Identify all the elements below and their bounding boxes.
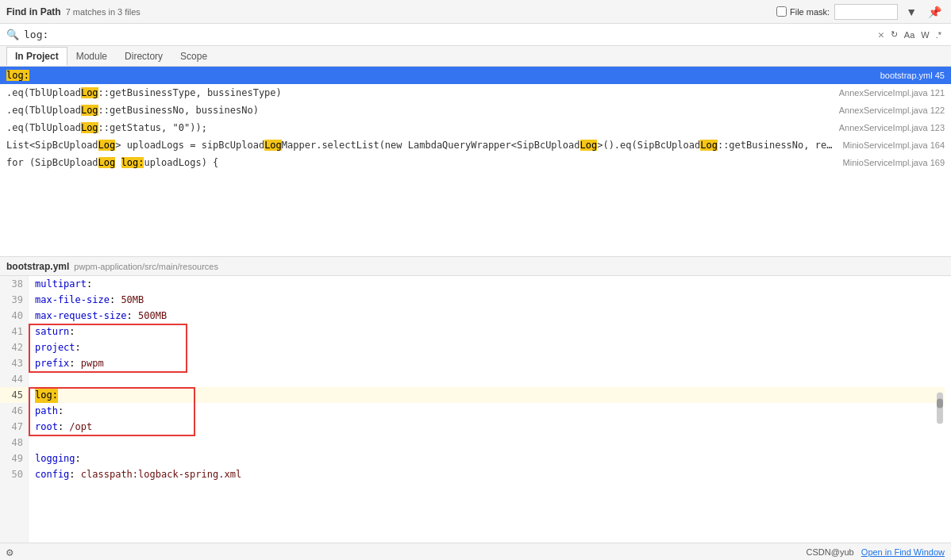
status-bar: ⚙ CSDN@yub Open in Find Window — [0, 543, 951, 560]
match-highlight: Log — [264, 140, 282, 151]
open-find-window-link[interactable]: Open in Find Window — [861, 547, 945, 557]
line-49: 49 — [0, 451, 28, 466]
result-row[interactable]: for (SipBcUploadLog log:uploadLogs) { Mi… — [0, 154, 951, 171]
match-highlight: log: — [121, 157, 144, 168]
code-line-47: root: /opt — [35, 419, 945, 435]
code-content: multipart: max-file-size: 50MB max-reque… — [29, 276, 951, 543]
code-line-50: config: classpath:logback-spring.xml — [35, 466, 945, 482]
line-47: 47 — [0, 419, 28, 435]
code-line-38: multipart: — [35, 276, 945, 292]
match-highlight: Log — [81, 122, 98, 133]
line-40: 40 — [0, 308, 28, 324]
search-icon: 🔍 — [6, 29, 19, 40]
line-39: 39 — [0, 292, 28, 308]
result-content: log: — [6, 70, 874, 81]
preview-header: bootstrap.yml pwpm-application/src/main/… — [0, 257, 951, 276]
tab-directory[interactable]: Directory — [116, 47, 171, 65]
match-highlight: Log — [98, 140, 116, 151]
refresh-button[interactable]: ↻ — [887, 29, 901, 40]
result-row[interactable]: .eq(TblUploadLog::getBusinessNo, bussine… — [0, 102, 951, 119]
clear-search-button[interactable]: ✕ — [878, 29, 884, 40]
code-line-46: path: — [35, 403, 945, 419]
svg-rect-1 — [937, 399, 943, 408]
code-line-43: prefix: pwpm — [35, 355, 945, 371]
tab-scope[interactable]: Scope — [171, 47, 216, 65]
match-highlight: Log — [81, 105, 98, 116]
code-view: 38 39 40 41 42 43 44 45 46 47 48 49 50 m… — [0, 276, 951, 543]
code-line-45: log: — [35, 387, 945, 403]
preview-path: pwpm-application/src/main/resources — [74, 262, 218, 271]
toolbar-right: File mask: ▼ 📌 — [776, 4, 945, 20]
status-right: CSDN@yub Open in Find Window — [807, 547, 945, 557]
settings-icon[interactable]: ⚙ — [6, 546, 13, 558]
file-reference: AnnexServiceImpl.java 122 — [839, 105, 945, 115]
code-line-44 — [35, 371, 945, 387]
code-line-41: saturn: — [35, 324, 945, 339]
file-reference: AnnexServiceImpl.java 121 — [839, 88, 945, 98]
file-reference: MinioServiceImpl.java 169 — [843, 158, 945, 167]
file-reference: AnnexServiceImpl.java 123 — [839, 123, 945, 132]
search-scope-tabs: In Project Module Directory Scope — [0, 46, 951, 67]
line-44: 44 — [0, 371, 28, 387]
result-content: .eq(TblUploadLog::getBusinessType, bussi… — [6, 87, 833, 98]
line-50: 50 — [0, 466, 28, 482]
result-row[interactable]: .eq(TblUploadLog::getStatus, "0")); Anne… — [0, 119, 951, 136]
file-mask-wrapper[interactable]: File mask: — [776, 6, 830, 17]
file-mask-checkbox[interactable] — [776, 6, 787, 17]
line-43: 43 — [0, 355, 28, 371]
scroll-indicator — [934, 393, 946, 427]
results-panel[interactable]: log: bootstrap.yml 45 .eq(TblUploadLog::… — [0, 67, 951, 257]
search-input[interactable] — [24, 29, 878, 40]
code-line-42: project: — [35, 339, 945, 355]
line-numbers: 38 39 40 41 42 43 44 45 46 47 48 49 50 — [0, 276, 29, 543]
file-mask-input[interactable] — [834, 4, 898, 20]
result-content: for (SipBcUploadLog log:uploadLogs) { — [6, 157, 837, 168]
search-bar: 🔍 ✕ ↻ Aa W .* — [0, 24, 951, 46]
status-text: CSDN@yub — [807, 547, 854, 557]
match-highlight: Log — [700, 140, 718, 151]
line-45: 45 — [0, 387, 28, 403]
tab-in-project[interactable]: In Project — [6, 47, 67, 66]
result-row[interactable]: log: bootstrap.yml 45 — [0, 67, 951, 84]
toolbar-left: Find in Path 7 matches in 3 files — [6, 6, 141, 17]
status-left: ⚙ — [6, 546, 13, 558]
match-highlight: Log — [98, 157, 116, 168]
match-highlight: Log — [580, 140, 598, 151]
regex-button[interactable]: .* — [933, 29, 945, 40]
result-content: List<SipBcUploadLog> uploadLogs = sipBcU… — [6, 140, 837, 151]
code-line-40: max-request-size: 500MB — [35, 308, 945, 324]
preview-wrapper: 38 39 40 41 42 43 44 45 46 47 48 49 50 m… — [0, 276, 951, 543]
pin-button[interactable]: 📌 — [925, 4, 945, 20]
result-content: .eq(TblUploadLog::getBusinessNo, bussine… — [6, 105, 833, 116]
line-48: 48 — [0, 435, 28, 451]
result-content: .eq(TblUploadLog::getStatus, "0")); — [6, 122, 833, 133]
code-line-39: max-file-size: 50MB — [35, 292, 945, 308]
toolbar: Find in Path 7 matches in 3 files File m… — [0, 0, 951, 24]
match-highlight: log: — [6, 70, 29, 81]
code-line-49: logging: — [35, 451, 945, 466]
line-42: 42 — [0, 339, 28, 355]
file-reference: bootstrap.yml 45 — [880, 71, 945, 80]
match-case-button[interactable]: Aa — [901, 29, 918, 40]
line-41: 41 — [0, 324, 28, 339]
match-word-button[interactable]: W — [918, 29, 932, 40]
filter-button[interactable]: ▼ — [903, 4, 920, 20]
scroll-icon — [934, 393, 946, 424]
line-46: 46 — [0, 403, 28, 419]
file-mask-label: File mask: — [790, 7, 830, 17]
result-row[interactable]: List<SipBcUploadLog> uploadLogs = sipBcU… — [0, 136, 951, 154]
tab-module[interactable]: Module — [67, 47, 116, 65]
line-38: 38 — [0, 276, 28, 292]
find-in-path-title: Find in Path — [6, 6, 61, 17]
preview-filename: bootstrap.yml — [6, 261, 69, 272]
file-reference: MinioServiceImpl.java 164 — [843, 140, 945, 150]
code-line-48 — [35, 435, 945, 451]
matches-count: 7 matches in 3 files — [66, 7, 141, 17]
match-highlight: Log — [81, 87, 98, 98]
result-row[interactable]: .eq(TblUploadLog::getBusinessType, bussi… — [0, 84, 951, 102]
